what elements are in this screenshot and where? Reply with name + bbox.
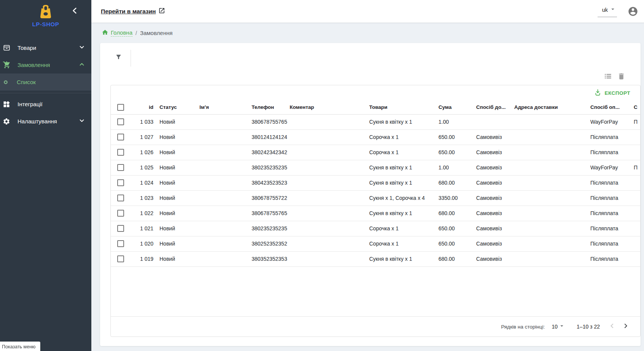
chevron-left-icon (607, 321, 617, 332)
go-to-shop-label: Перейти в магазин (101, 8, 156, 15)
table-row[interactable]: 1 022Новий380678755765Сукня в квітку x 1… (111, 206, 640, 221)
cell-status: Новий (159, 145, 199, 160)
table-row[interactable]: 1 027Новий380124124124Сорочка x 1650.00С… (111, 129, 640, 145)
sidebar-item-label: Список (17, 79, 36, 85)
cell-name (199, 251, 252, 266)
table-row[interactable]: 1 023Новий380678755722Сукня x 1, Сорочка… (111, 190, 640, 206)
go-to-shop-link[interactable]: Перейти в магазин (101, 7, 165, 16)
shopping-bag-logo-icon (39, 13, 52, 20)
cell-sum: 680.00 (438, 175, 476, 190)
column-header-products[interactable]: Товари (369, 101, 438, 114)
sidebar-menu: Товари Замовлення (0, 39, 91, 130)
next-page-button[interactable] (619, 320, 633, 333)
cell-phone: 380235235235 (252, 160, 290, 175)
view-list-button[interactable] (604, 72, 611, 81)
filter-row (110, 43, 641, 69)
cell-status: Новий (159, 175, 199, 190)
table-row[interactable]: 1 020Новий380252352352Сорочка x 1650.00С… (111, 236, 640, 251)
cell-products: Сорочка x 1 (369, 236, 438, 251)
language-selector[interactable]: uk (598, 6, 617, 17)
rows-per-page-select[interactable]: 10 (552, 322, 566, 331)
row-checkbox[interactable] (117, 195, 124, 201)
cell-products: Сукня в квітку x 1 (369, 114, 438, 129)
rows-per-page-value: 10 (552, 324, 558, 330)
chevron-left-icon (71, 10, 79, 16)
sidebar-item-label: Замовлення (18, 62, 50, 68)
row-checkbox[interactable] (117, 225, 124, 232)
content-area: Головна / Замовлення (91, 23, 644, 351)
table-row[interactable]: 1 021Новий380235235235Сорочка x 1650.00С… (111, 221, 640, 236)
cell-payment: Післяплата (590, 145, 634, 160)
column-header-status[interactable]: Статус (159, 101, 199, 114)
export-button[interactable]: ЕКСПОРТ (595, 89, 630, 97)
column-header-extra[interactable]: С (634, 101, 640, 114)
cell-address (514, 221, 590, 236)
sidebar-item-orders[interactable]: Замовлення (0, 56, 91, 73)
delete-button[interactable] (617, 72, 625, 82)
cell-id: 1 026 (136, 145, 159, 160)
column-header-phone[interactable]: Телефон (252, 101, 290, 114)
row-checkbox[interactable] (117, 210, 124, 217)
table-row[interactable]: 1 019Новий380352352353Сукня в квітку x 1… (111, 251, 640, 266)
row-checkbox[interactable] (117, 118, 124, 125)
view-list-icon (604, 72, 611, 81)
sidebar-item-integrations[interactable]: Інтеграції (0, 96, 91, 113)
cell-payment: WayForPay (590, 160, 634, 175)
column-header-payment[interactable]: Спосіб оп... (590, 101, 634, 114)
cell-name (199, 190, 252, 206)
cell-products: Сорочка x 1 (369, 129, 438, 145)
sidebar-collapse-button[interactable] (71, 6, 79, 15)
row-checkbox[interactable] (117, 164, 124, 171)
cell-sum: 3350.00 (438, 190, 476, 206)
cell-address (514, 160, 590, 175)
cell-extra (634, 129, 640, 145)
cell-delivery: Самовивіз (476, 129, 514, 145)
cell-phone: 380352352353 (252, 251, 290, 266)
orders-table-card: ЕКСПОРТ idСтатусІм'яТелефонКоментарТовар… (110, 85, 641, 337)
row-checkbox[interactable] (117, 134, 124, 140)
table-row[interactable]: 1 025Новий380235235235Сукня в квітку x 1… (111, 160, 640, 175)
trash-icon (617, 72, 625, 82)
select-all-checkbox[interactable] (117, 104, 124, 111)
cell-phone: 380423523523 (252, 175, 290, 190)
breadcrumb-current: Замовлення (140, 30, 172, 36)
export-label: ЕКСПОРТ (604, 90, 630, 96)
breadcrumb-home-link[interactable]: Головна (102, 29, 132, 37)
cell-name (199, 114, 252, 129)
row-checkbox[interactable] (117, 255, 124, 262)
sidebar-item-orders-list[interactable]: Список (0, 73, 91, 91)
row-checkbox[interactable] (117, 179, 124, 186)
language-value: uk (602, 7, 608, 13)
table-row[interactable]: 1 026Новий380242342342Сорочка x 1650.00С… (111, 145, 640, 160)
cell-payment: Післяплата (590, 129, 634, 145)
cell-extra (634, 206, 640, 221)
filter-button[interactable] (113, 48, 123, 67)
row-select-cell (111, 160, 136, 175)
cell-delivery: Самовивіз (476, 190, 514, 206)
row-checkbox[interactable] (117, 240, 124, 247)
cell-phone: 380124124124 (252, 129, 290, 145)
rows-per-page-label: Рядків на сторінці: (501, 324, 545, 330)
user-avatar-icon[interactable] (628, 6, 638, 17)
sidebar-item-products[interactable]: Товари (0, 39, 91, 56)
cell-delivery: Самовивіз (476, 206, 514, 221)
column-header-address[interactable]: Адреса доставки (514, 101, 590, 114)
column-header-id[interactable]: id (136, 101, 159, 114)
cell-id: 1 019 (136, 251, 159, 266)
cell-sum: 650.00 (438, 236, 476, 251)
row-select-cell (111, 129, 136, 145)
table-row[interactable]: 1 024Новий380423523523Сукня в квітку x 1… (111, 175, 640, 190)
column-header-delivery[interactable]: Спосіб до... (476, 101, 514, 114)
column-header-sum[interactable]: Сума (438, 101, 476, 114)
row-checkbox[interactable] (117, 149, 124, 156)
table-row[interactable]: 1 033Новий380678755765Сукня в квітку x 1… (111, 114, 640, 129)
sidebar-item-settings[interactable]: Налаштування (0, 113, 91, 130)
filter-funnel-icon (115, 54, 122, 62)
column-header-comment[interactable]: Коментар (290, 101, 369, 114)
column-header-name[interactable]: Ім'я (199, 101, 252, 114)
cell-products: Сорочка x 1 (369, 221, 438, 236)
previous-page-button[interactable] (605, 320, 619, 333)
cell-phone: 380678755722 (252, 190, 290, 206)
cell-sum: 680.00 (438, 251, 476, 266)
widgets-icon (2, 101, 11, 108)
